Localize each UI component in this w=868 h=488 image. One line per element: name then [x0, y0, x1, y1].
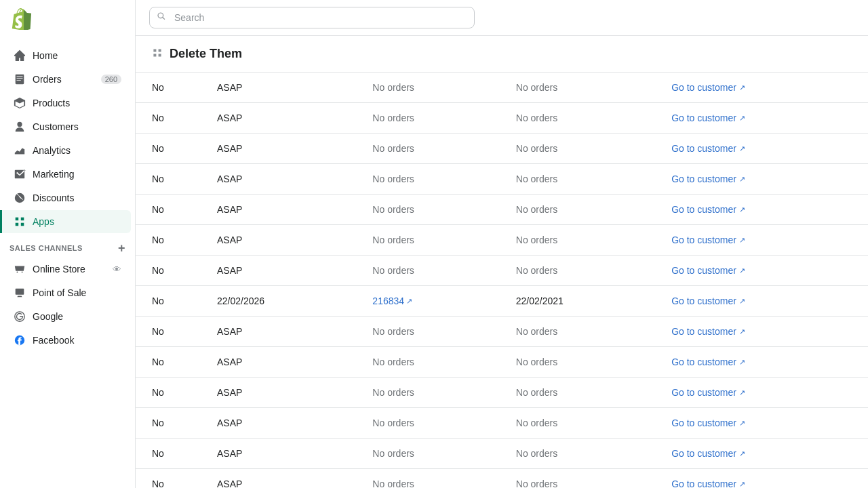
sidebar-item-label: Discounts: [33, 192, 74, 203]
external-link-icon: ↗: [739, 144, 745, 153]
sidebar-item-facebook[interactable]: Facebook: [4, 329, 131, 352]
orders-cell: No orders: [359, 195, 502, 225]
action-cell: Go to customer ↗: [658, 134, 868, 164]
action-cell: Go to customer ↗: [658, 195, 868, 225]
go-to-customer-link[interactable]: Go to customer ↗: [671, 82, 745, 93]
go-to-customer-link[interactable]: Go to customer ↗: [671, 357, 745, 367]
go-to-customer-link[interactable]: Go to customer ↗: [671, 326, 745, 337]
scheduled-cell: ASAP: [203, 378, 359, 408]
main-content: Delete Them NoASAPNo ordersNo ordersGo t…: [136, 0, 868, 488]
status-cell: No: [136, 317, 203, 347]
status-cell: No: [136, 73, 203, 103]
orders-cell: No orders: [359, 378, 502, 408]
sidebar-item-customers[interactable]: Customers: [4, 115, 131, 138]
orders-cell: No orders: [359, 408, 502, 439]
table-row: NoASAPNo ordersNo ordersGo to customer ↗: [136, 134, 868, 164]
last-order-cell: No orders: [502, 103, 658, 134]
scheduled-cell: 22/02/2026: [203, 286, 359, 317]
table-row: NoASAPNo ordersNo ordersGo to customer ↗: [136, 469, 868, 489]
table-row: NoASAPNo ordersNo ordersGo to customer ↗: [136, 256, 868, 286]
scheduled-cell: ASAP: [203, 225, 359, 256]
external-link-icon: ↗: [739, 327, 745, 336]
sidebar-item-analytics[interactable]: Analytics: [4, 139, 131, 162]
sidebar-item-products[interactable]: Products: [4, 92, 131, 115]
action-cell: Go to customer ↗: [658, 439, 868, 469]
sidebar-item-point-of-sale[interactable]: Point of Sale: [4, 281, 131, 304]
action-cell: Go to customer ↗: [658, 378, 868, 408]
action-cell: Go to customer ↗: [658, 347, 868, 378]
go-to-customer-link[interactable]: Go to customer ↗: [671, 448, 745, 459]
sidebar-item-label: Google: [33, 311, 63, 322]
page-title: Delete Them: [170, 47, 242, 61]
svg-rect-2: [16, 289, 24, 295]
nav-menu: Home Orders 260 Products Customers: [0, 38, 135, 488]
go-to-customer-link[interactable]: Go to customer ↗: [671, 296, 745, 306]
table-row: NoASAPNo ordersNo ordersGo to customer ↗: [136, 378, 868, 408]
external-link-icon: ↗: [739, 388, 745, 397]
orders-icon: [14, 73, 26, 85]
sidebar-item-apps[interactable]: Apps: [0, 210, 131, 233]
go-to-customer-link[interactable]: Go to customer ↗: [671, 235, 745, 245]
status-cell: No: [136, 225, 203, 256]
last-order-cell: No orders: [502, 439, 658, 469]
sidebar-item-online-store[interactable]: Online Store 👁: [4, 258, 131, 281]
sidebar-item-home[interactable]: Home: [4, 44, 131, 67]
scheduled-cell: ASAP: [203, 469, 359, 489]
search-container: [149, 7, 475, 28]
search-input[interactable]: [149, 7, 475, 28]
table-row: NoASAPNo ordersNo ordersGo to customer ↗: [136, 164, 868, 195]
scheduled-cell: ASAP: [203, 408, 359, 439]
top-bar: [136, 0, 868, 36]
go-to-customer-link[interactable]: Go to customer ↗: [671, 479, 745, 488]
go-to-customer-link[interactable]: Go to customer ↗: [671, 113, 745, 123]
status-cell: No: [136, 134, 203, 164]
sidebar-item-google[interactable]: Google: [4, 305, 131, 328]
orders-cell: No orders: [359, 317, 502, 347]
orders-cell: No orders: [359, 439, 502, 469]
scheduled-cell: ASAP: [203, 347, 359, 378]
sales-channels-header: SALES CHANNELS +: [0, 234, 135, 257]
go-to-customer-link[interactable]: Go to customer ↗: [671, 387, 745, 398]
marketing-icon: [14, 168, 26, 180]
sidebar-item-discounts[interactable]: Discounts: [4, 186, 131, 209]
table-row: NoASAPNo ordersNo ordersGo to customer ↗: [136, 195, 868, 225]
scheduled-cell: ASAP: [203, 256, 359, 286]
page-content: Delete Them NoASAPNo ordersNo ordersGo t…: [136, 36, 868, 488]
orders-cell: No orders: [359, 73, 502, 103]
external-link-icon: ↗: [739, 297, 745, 306]
facebook-icon: [14, 334, 26, 346]
table-row: NoASAPNo ordersNo ordersGo to customer ↗: [136, 73, 868, 103]
go-to-customer-link[interactable]: Go to customer ↗: [671, 204, 745, 215]
go-to-customer-link[interactable]: Go to customer ↗: [671, 265, 745, 276]
sidebar-item-label: Home: [33, 50, 58, 61]
go-to-customer-link[interactable]: Go to customer ↗: [671, 418, 745, 428]
sidebar-item-marketing[interactable]: Marketing: [4, 163, 131, 186]
go-to-customer-link[interactable]: Go to customer ↗: [671, 143, 745, 154]
sidebar-item-label: Customers: [33, 121, 79, 132]
go-to-customer-link[interactable]: Go to customer ↗: [671, 174, 745, 184]
orders-cell: No orders: [359, 134, 502, 164]
action-cell: Go to customer ↗: [658, 256, 868, 286]
last-order-cell: 22/02/2021: [502, 286, 658, 317]
sidebar-item-orders[interactable]: Orders 260: [4, 68, 131, 91]
last-order-cell: No orders: [502, 317, 658, 347]
orders-badge: 260: [101, 75, 121, 84]
pos-icon: [14, 287, 26, 299]
status-cell: No: [136, 347, 203, 378]
table-row: NoASAPNo ordersNo ordersGo to customer ↗: [136, 347, 868, 378]
orders-cell: No orders: [359, 256, 502, 286]
scheduled-cell: ASAP: [203, 73, 359, 103]
sidebar-item-label: Facebook: [33, 335, 74, 346]
shopify-logo-icon: [11, 8, 33, 30]
external-link-icon: ↗: [739, 175, 745, 184]
action-cell: Go to customer ↗: [658, 225, 868, 256]
last-order-cell: No orders: [502, 347, 658, 378]
action-cell: Go to customer ↗: [658, 286, 868, 317]
eye-icon: 👁: [113, 264, 121, 274]
status-cell: No: [136, 256, 203, 286]
sidebar-item-label: Orders: [33, 74, 62, 85]
order-link[interactable]: 216834↗: [372, 296, 412, 306]
data-table-wrapper: NoASAPNo ordersNo ordersGo to customer ↗…: [136, 73, 868, 488]
add-sales-channel-button[interactable]: +: [118, 242, 125, 254]
action-cell: Go to customer ↗: [658, 73, 868, 103]
